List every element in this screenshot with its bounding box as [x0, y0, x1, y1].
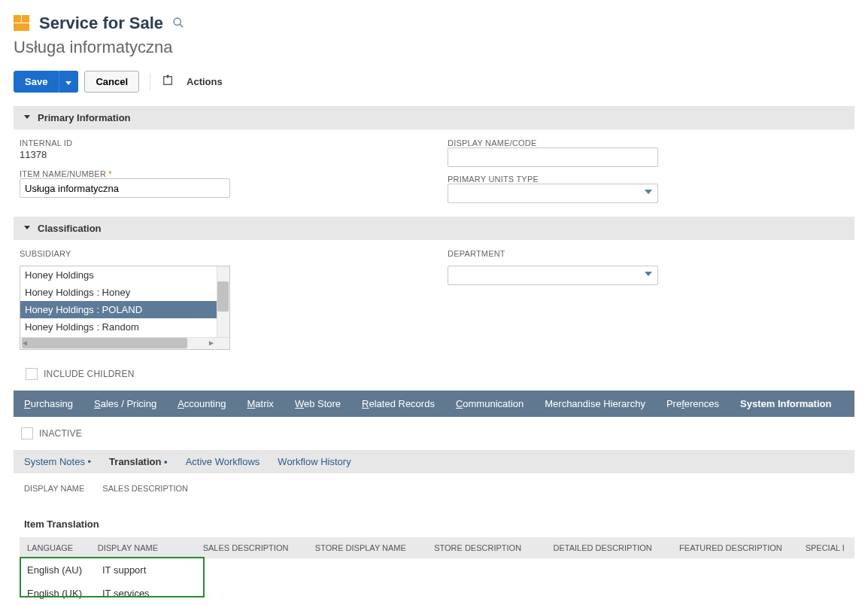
- subsidiary-option[interactable]: Honey Holdings : POLAND: [20, 301, 229, 318]
- search-icon[interactable]: [172, 17, 184, 31]
- scroll-right-icon[interactable]: ►: [207, 339, 216, 348]
- tab-related-records[interactable]: Related Records: [362, 398, 435, 409]
- table-row[interactable]: English (UK) IT services: [20, 582, 854, 605]
- translation-table-header: LANGUAGE DISPLAY NAME SALES DESCRIPTION …: [20, 537, 854, 558]
- chevron-down-icon: [23, 223, 32, 234]
- subsidiary-label: SUBSIDIARY: [20, 249, 420, 258]
- primary-units-select[interactable]: [448, 184, 658, 203]
- item-name-input[interactable]: [20, 178, 230, 198]
- page-title: Usługa informatyczna: [14, 38, 854, 57]
- include-children-checkbox[interactable]: [26, 368, 38, 380]
- display-name-label: DISPLAY NAME/CODE: [448, 138, 848, 147]
- chevron-down-icon: [65, 81, 71, 85]
- department-label: DEPARTMENT: [448, 249, 848, 258]
- subtab-workflow-history[interactable]: Workflow History: [278, 456, 351, 467]
- department-select[interactable]: [448, 266, 658, 285]
- th-display-name[interactable]: DISPLAY NAME: [90, 540, 196, 555]
- svg-line-1: [180, 24, 183, 27]
- subsidiary-option[interactable]: Honey Holdings: [20, 266, 229, 284]
- sub-tabs: System Notes • Translation • Active Work…: [24, 450, 854, 473]
- item-name-label: ITEM NAME/NUMBER *: [20, 169, 420, 178]
- scrollbar-thumb[interactable]: [22, 338, 187, 348]
- th-detailed-description[interactable]: DETAILED DESCRIPTION: [546, 540, 672, 555]
- save-button[interactable]: Save: [14, 71, 59, 93]
- tab-sales-pricing[interactable]: Sales / Pricing: [94, 398, 156, 409]
- section-primary-information[interactable]: Primary Information: [14, 106, 854, 129]
- tab-merchandise-hierarchy[interactable]: Merchandise Hierarchy: [545, 398, 645, 409]
- cell-display-name: IT services: [95, 585, 208, 602]
- th-store-description[interactable]: STORE DESCRIPTION: [426, 540, 545, 555]
- subtab-active-workflows[interactable]: Active Workflows: [186, 456, 260, 467]
- primary-units-label: PRIMARY UNITS TYPE: [448, 175, 848, 184]
- page-type: Service for Sale: [39, 14, 163, 33]
- th-sales-description[interactable]: SALES DESCRIPTION: [196, 540, 308, 555]
- th-featured-description[interactable]: FEATURED DESCRIPTION: [672, 540, 798, 555]
- subsidiary-option[interactable]: Honey Holdings : Random: [20, 318, 229, 336]
- svg-marker-3: [24, 115, 30, 119]
- svg-point-0: [174, 18, 181, 25]
- inactive-label: INACTIVE: [39, 428, 82, 439]
- translation-table-body: English (AU) IT support English (UK) IT …: [20, 558, 854, 605]
- scrollbar-thumb[interactable]: [217, 281, 229, 312]
- display-name-input[interactable]: [448, 147, 658, 167]
- tab-preferences[interactable]: Preferences: [666, 398, 719, 409]
- expand-icon[interactable]: [161, 74, 175, 90]
- th-special[interactable]: SPECIAL I: [798, 540, 854, 555]
- internal-id-value: 11378: [20, 147, 420, 162]
- display-name-col-label: DISPLAY NAME: [24, 484, 84, 493]
- save-dropdown-button[interactable]: [59, 71, 78, 93]
- include-children-label: INCLUDE CHILDREN: [44, 369, 135, 379]
- sales-description-col-label: SALES DESCRIPTION: [102, 484, 188, 493]
- item-type-icon: [14, 15, 30, 32]
- table-row[interactable]: English (AU) IT support: [20, 558, 854, 582]
- tab-accounting[interactable]: Accounting: [178, 398, 226, 409]
- scroll-left-icon[interactable]: ◄: [20, 339, 29, 348]
- translation-table-title: Item Translation: [14, 511, 854, 537]
- actions-menu[interactable]: Actions: [181, 71, 229, 92]
- th-language[interactable]: LANGUAGE: [20, 540, 90, 555]
- svg-marker-4: [24, 226, 30, 230]
- cell-display-name: IT support: [95, 561, 208, 579]
- tab-communication[interactable]: Communication: [456, 398, 524, 409]
- th-store-display-name[interactable]: STORE DISPLAY NAME: [308, 540, 426, 555]
- cell-language: English (UK): [20, 585, 95, 602]
- subsidiary-listbox[interactable]: Honey Holdings Honey Holdings : Honey Ho…: [20, 266, 230, 350]
- tab-web-store[interactable]: Web Store: [295, 398, 341, 409]
- internal-id-label: INTERNAL ID: [20, 138, 420, 147]
- section-classification[interactable]: Classification: [14, 217, 854, 240]
- subsidiary-option[interactable]: Honey Holdings : Honey: [20, 284, 229, 301]
- section-title: Classification: [38, 223, 102, 234]
- cancel-button[interactable]: Cancel: [84, 71, 139, 93]
- subtab-translation[interactable]: Translation •: [109, 456, 168, 467]
- cell-language: English (AU): [20, 561, 95, 579]
- divider: [150, 74, 150, 90]
- main-tabs: Purchasing Sales / Pricing Accounting Ma…: [14, 391, 854, 417]
- tab-matrix[interactable]: Matrix: [247, 398, 273, 409]
- tab-system-information[interactable]: System Information: [740, 398, 831, 409]
- inactive-checkbox[interactable]: [21, 427, 33, 439]
- subtab-system-notes[interactable]: System Notes •: [24, 456, 91, 467]
- tab-purchasing[interactable]: Purchasing: [24, 398, 73, 409]
- chevron-down-icon: [23, 112, 32, 123]
- section-title: Primary Information: [38, 112, 131, 123]
